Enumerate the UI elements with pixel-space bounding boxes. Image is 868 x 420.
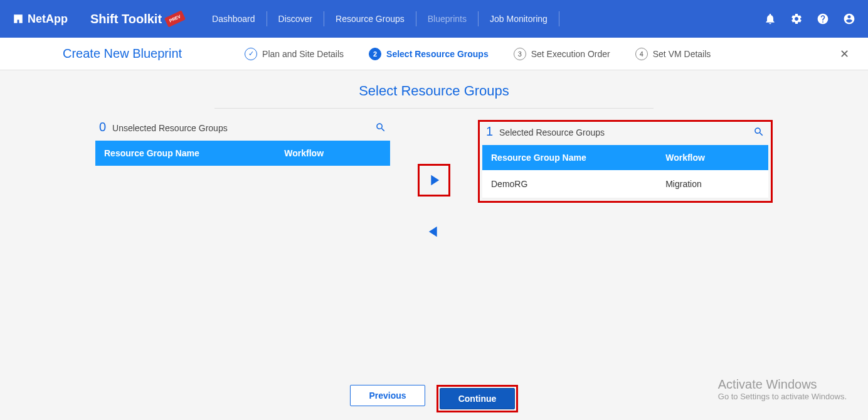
move-left-button[interactable] xyxy=(418,215,450,248)
cell-name: DemoRG xyxy=(491,179,665,189)
selected-title: 1 Selected Resource Groups xyxy=(486,124,605,139)
bell-icon[interactable] xyxy=(764,13,776,25)
col-workflow: Workflow xyxy=(665,153,760,163)
wizard-header: Create New Blueprint ✓ Plan and Site Det… xyxy=(0,38,868,70)
panels-container: 0 Unselected Resource Groups Resource Gr… xyxy=(0,120,868,248)
transfer-controls xyxy=(415,120,453,248)
watermark-title: Activate Windows xyxy=(718,377,847,392)
user-icon[interactable] xyxy=(843,13,855,25)
continue-button[interactable]: Continue xyxy=(440,388,515,409)
selected-panel: 1 Selected Resource Groups Resource Grou… xyxy=(478,120,773,203)
col-resource-group-name: Resource Group Name xyxy=(491,153,665,163)
arrow-right-icon xyxy=(425,171,443,189)
selected-panel-header: 1 Selected Resource Groups xyxy=(482,124,768,145)
step-label: Select Resource Groups xyxy=(386,49,489,59)
col-resource-group-name: Resource Group Name xyxy=(104,148,284,158)
windows-watermark: Activate Windows Go to Settings to activ… xyxy=(718,377,847,401)
unselected-panel-header: 0 Unselected Resource Groups xyxy=(95,120,390,141)
selected-label: Selected Resource Groups xyxy=(499,127,605,137)
table-row[interactable]: DemoRG Migration xyxy=(482,170,768,198)
search-icon[interactable] xyxy=(753,126,765,137)
search-icon[interactable] xyxy=(375,122,386,133)
step-select-resource-groups[interactable]: 2 Select Resource Groups xyxy=(369,48,489,60)
step-number: 2 xyxy=(369,48,381,60)
check-icon: ✓ xyxy=(245,48,257,60)
brand-logo: NetApp xyxy=(13,13,68,26)
step-label: Plan and Site Details xyxy=(262,49,344,59)
help-icon[interactable] xyxy=(817,13,829,25)
nav-job-monitoring[interactable]: Job Monitoring xyxy=(479,11,559,26)
arrow-left-icon xyxy=(425,223,443,240)
preview-badge: PREV xyxy=(164,10,186,27)
netapp-icon xyxy=(13,13,24,24)
nav-icons xyxy=(764,13,855,25)
close-icon[interactable]: ✕ xyxy=(840,47,849,61)
gear-icon[interactable] xyxy=(790,13,803,25)
move-right-button[interactable] xyxy=(418,164,450,197)
cell-workflow: Migration xyxy=(665,179,760,189)
selected-table-header: Resource Group Name Workflow xyxy=(482,145,768,170)
brand-text: NetApp xyxy=(28,13,68,26)
previous-button[interactable]: Previous xyxy=(350,385,425,406)
divider xyxy=(214,108,654,109)
unselected-panel: 0 Unselected Resource Groups Resource Gr… xyxy=(95,120,390,166)
step-execution-order[interactable]: 3 Set Execution Order xyxy=(514,48,610,60)
step-plan-site[interactable]: ✓ Plan and Site Details xyxy=(245,48,344,60)
toolkit-text: Shift Toolkit xyxy=(90,12,162,26)
unselected-table-header: Resource Group Name Workflow xyxy=(95,141,390,166)
watermark-subtitle: Go to Settings to activate Windows. xyxy=(718,392,847,401)
step-number: 4 xyxy=(635,48,648,60)
toolkit-label: Shift Toolkit PREV xyxy=(90,12,184,26)
content: Select Resource Groups 0 Unselected Reso… xyxy=(0,70,868,261)
col-workflow: Workflow xyxy=(284,148,381,158)
page-title: Create New Blueprint xyxy=(63,46,182,61)
nav-resource-groups[interactable]: Resource Groups xyxy=(324,11,416,26)
unselected-count: 0 xyxy=(99,120,106,134)
nav-dashboard[interactable]: Dashboard xyxy=(201,11,267,26)
step-number: 3 xyxy=(514,48,526,60)
nav-discover[interactable]: Discover xyxy=(267,11,324,26)
step-vm-details[interactable]: 4 Set VM Details xyxy=(635,48,711,60)
top-nav: NetApp Shift Toolkit PREV Dashboard Disc… xyxy=(0,0,868,38)
step-label: Set Execution Order xyxy=(531,49,610,59)
unselected-label: Unselected Resource Groups xyxy=(112,123,228,133)
continue-highlight: Continue xyxy=(437,385,518,412)
nav-links: Dashboard Discover Resource Groups Bluep… xyxy=(201,0,559,38)
step-label: Set VM Details xyxy=(653,49,711,59)
wizard-steps: ✓ Plan and Site Details 2 Select Resourc… xyxy=(245,48,711,60)
section-title: Select Resource Groups xyxy=(0,83,868,99)
selected-count: 1 xyxy=(486,124,493,138)
unselected-title: 0 Unselected Resource Groups xyxy=(99,120,228,134)
nav-blueprints[interactable]: Blueprints xyxy=(416,11,479,26)
